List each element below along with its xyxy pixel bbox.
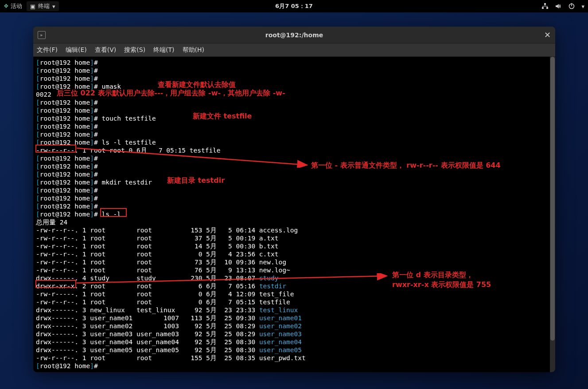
menu-view[interactable]: 查看(V) [95, 46, 117, 54]
annotation-0022-desc: 后三位 022 表示默认用户去除---，用户组去除 -w-，其他用户去除 -w- [57, 89, 285, 98]
svg-rect-2 [546, 7, 548, 9]
terminal-window: ▸ root@192:/home ✕ 文件(F) 编辑(E) 查看(V) 搜索(… [33, 27, 555, 372]
menubar: 文件(F) 编辑(E) 查看(V) 搜索(S) 终端(T) 帮助(H) [33, 43, 555, 57]
annotation-touch-desc: 新建文件 testfile [193, 112, 252, 121]
scrollbar-thumb[interactable] [550, 57, 555, 341]
svg-rect-0 [544, 3, 546, 5]
annotation-dir-perm-desc2: rwxr-xr-x 表示权限值是 755 [392, 280, 491, 290]
scrollbar[interactable] [550, 57, 555, 372]
activities-button[interactable]: ❖ 活动 [4, 2, 22, 10]
chevron-down-icon[interactable]: ▾ [581, 3, 584, 10]
volume-icon[interactable] [555, 3, 562, 10]
gnome-topbar: ❖ 活动 ▣ 终端 ▾ 6月7 05：17 ▾ [0, 0, 588, 12]
menu-search[interactable]: 搜索(S) [124, 46, 145, 54]
annotation-mkdir-desc: 新建目录 testdir [167, 176, 225, 185]
annotation-umask-desc: 查看新建文件默认去除值 [158, 80, 236, 90]
menu-help[interactable]: 帮助(H) [183, 46, 204, 54]
window-menu-icon[interactable]: ▸ [38, 31, 46, 39]
menu-edit[interactable]: 编辑(E) [66, 46, 87, 54]
terminal-app-icon: ▣ [30, 3, 35, 10]
menu-file[interactable]: 文件(F) [37, 46, 58, 54]
app-menu[interactable]: ▣ 终端 ▾ [27, 1, 59, 11]
window-title: root@192:/home [265, 31, 323, 39]
svg-rect-4 [572, 3, 572, 6]
close-button[interactable]: ✕ [544, 30, 551, 39]
svg-rect-1 [542, 7, 544, 9]
window-titlebar[interactable]: ▸ root@192:/home ✕ [33, 27, 555, 43]
menu-terminal[interactable]: 终端(T) [153, 46, 174, 54]
network-icon[interactable] [541, 3, 549, 10]
terminal-body[interactable]: [root@192 home]# [root@192 home]# [root@… [33, 57, 555, 372]
annotation-file-perm-desc: 第一位 - 表示普通文件类型， rw-r--r-- 表示权限值是 644 [311, 161, 501, 170]
chevron-down-icon: ▾ [52, 3, 55, 10]
clock[interactable]: 6月7 05：17 [275, 2, 313, 10]
power-icon[interactable] [568, 3, 575, 10]
annotation-dir-perm-desc1: 第一位 d 表示目录类型， [392, 271, 473, 280]
